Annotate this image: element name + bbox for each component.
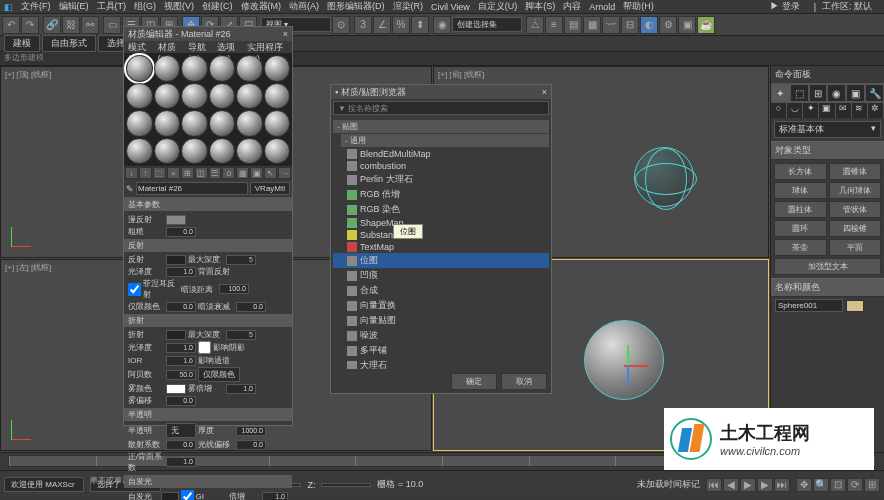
material-slot[interactable]: [209, 55, 236, 82]
align-button[interactable]: ≡: [545, 16, 563, 34]
map-item[interactable]: 凹痕: [333, 268, 549, 283]
material-slot[interactable]: [236, 83, 263, 110]
orbit-button[interactable]: ⟳: [847, 478, 863, 492]
render-button[interactable]: ☕: [697, 16, 715, 34]
show-end-button[interactable]: ▣: [250, 167, 263, 179]
scatter-spinner[interactable]: 0.0: [166, 440, 196, 450]
menu-render[interactable]: 渲染(R): [393, 0, 424, 13]
material-slot[interactable]: [154, 138, 181, 165]
go-forward-button[interactable]: →: [278, 167, 291, 179]
pick-material-button[interactable]: ✎: [126, 184, 134, 194]
map-item[interactable]: RGB 倍增: [333, 187, 549, 202]
menu-arnold[interactable]: Arnold: [589, 2, 615, 12]
fog-color-swatch[interactable]: [166, 384, 186, 394]
material-slot[interactable]: [236, 55, 263, 82]
link-button[interactable]: 🔗: [43, 16, 61, 34]
put-material-button[interactable]: ↑: [139, 167, 152, 179]
shapes-cat-button[interactable]: ◡: [787, 103, 803, 118]
material-slot[interactable]: [126, 138, 153, 165]
render-setup-button[interactable]: ⚙: [659, 16, 677, 34]
map-item[interactable]: TextMap: [333, 241, 549, 253]
map-item[interactable]: 多平铺: [333, 343, 549, 358]
angle-snap-button[interactable]: ∠: [373, 16, 391, 34]
play-button[interactable]: ▶: [740, 478, 756, 492]
goto-start-button[interactable]: ⏮: [706, 478, 722, 492]
workspace-dropdown[interactable]: 工作区: 默认: [822, 0, 872, 13]
systems-cat-button[interactable]: ✲: [868, 103, 884, 118]
mat-editor-close-icon[interactable]: ×: [283, 29, 288, 39]
geosphere-button[interactable]: 几何球体: [829, 182, 882, 199]
object-color-swatch[interactable]: [846, 300, 864, 312]
material-slot[interactable]: [126, 110, 153, 137]
reflect-color-swatch[interactable]: [166, 255, 186, 265]
object-type-rollout[interactable]: 对象类型: [771, 141, 884, 160]
material-slot[interactable]: [264, 138, 291, 165]
menu-script[interactable]: 脚本(S): [525, 0, 555, 13]
material-slot[interactable]: [236, 110, 263, 137]
curve-editor-button[interactable]: 〰: [602, 16, 620, 34]
thick-spinner[interactable]: 1000.0: [236, 426, 266, 436]
material-slot[interactable]: [181, 110, 208, 137]
motion-tab[interactable]: ◉: [827, 84, 846, 102]
cone-button[interactable]: 圆锥体: [829, 163, 882, 180]
torus-button[interactable]: 圆环: [774, 220, 827, 237]
dimdist-spinner[interactable]: 100.0: [219, 284, 249, 294]
map-item[interactable]: RGB 染色: [333, 202, 549, 217]
fogbias-spinner[interactable]: 0.0: [166, 396, 196, 406]
map-item[interactable]: ShapeMap: [333, 217, 549, 229]
make-copy-button[interactable]: ⊞: [181, 167, 194, 179]
textplus-button[interactable]: 加强型文本: [774, 258, 881, 275]
material-slot[interactable]: [209, 138, 236, 165]
space-cat-button[interactable]: ≋: [852, 103, 868, 118]
material-editor-button[interactable]: ◐: [640, 16, 658, 34]
material-slot[interactable]: [264, 55, 291, 82]
ribbon-button[interactable]: ▦: [583, 16, 601, 34]
prev-frame-button[interactable]: ◀: [723, 478, 739, 492]
mat-menu-mode[interactable]: 模式(D): [128, 41, 154, 53]
map-item[interactable]: Substance: [333, 229, 549, 241]
geometry-cat-button[interactable]: ○: [771, 103, 787, 118]
mirror-button[interactable]: ⧊: [526, 16, 544, 34]
sphere-button[interactable]: 球体: [774, 182, 827, 199]
cylinder-button[interactable]: 圆柱体: [774, 201, 827, 218]
display-tab[interactable]: ▣: [846, 84, 865, 102]
menu-view[interactable]: 视图(V): [164, 0, 194, 13]
material-type-button[interactable]: VRayMtl: [250, 182, 290, 195]
lights-cat-button[interactable]: ✦: [803, 103, 819, 118]
login-link[interactable]: ▶ 登录: [770, 0, 800, 13]
refract-color-swatch[interactable]: [166, 330, 186, 340]
ok-button[interactable]: 确定: [451, 373, 497, 390]
max-viewport-button[interactable]: ⊞: [864, 478, 880, 492]
hierarchy-tab[interactable]: ⊞: [809, 84, 828, 102]
menu-anim[interactable]: 动画(A): [289, 0, 319, 13]
mat-menu-opt[interactable]: 选项(O): [217, 41, 243, 53]
snap-toggle-button[interactable]: 3: [354, 16, 372, 34]
selfillum-color-swatch[interactable]: [161, 492, 179, 501]
material-slot[interactable]: [181, 83, 208, 110]
menu-content[interactable]: 内容: [563, 0, 581, 13]
unlink-button[interactable]: ⛓: [62, 16, 80, 34]
material-id-button[interactable]: 0: [222, 167, 235, 179]
move-gizmo[interactable]: [609, 345, 649, 385]
gloss-spinner[interactable]: 1.0: [166, 267, 196, 277]
menu-edit[interactable]: 编辑(E): [59, 0, 89, 13]
utilities-tab[interactable]: 🔧: [865, 84, 884, 102]
map-item[interactable]: 向量置换: [333, 298, 549, 313]
teapot-button[interactable]: 茶壶: [774, 239, 827, 256]
zoom-ext-button[interactable]: ⊡: [830, 478, 846, 492]
helpers-cat-button[interactable]: ✉: [836, 103, 852, 118]
gi-checkbox[interactable]: [181, 490, 194, 500]
dimfall-spinner[interactable]: 0.0: [236, 302, 266, 312]
material-name-input[interactable]: [136, 182, 248, 195]
material-slot[interactable]: [264, 83, 291, 110]
lightmult-spinner[interactable]: 0.0: [236, 440, 266, 450]
mat-menu-util[interactable]: 实用程序(U): [247, 41, 288, 53]
plane-button[interactable]: 平面: [829, 239, 882, 256]
material-slot[interactable]: [154, 55, 181, 82]
layer-button[interactable]: ▤: [564, 16, 582, 34]
name-color-rollout[interactable]: 名称和颜色: [771, 278, 884, 297]
mult-spinner[interactable]: 1.0: [262, 492, 288, 501]
use-center-button[interactable]: ⊙: [332, 16, 350, 34]
maxdepth2-spinner[interactable]: 5: [226, 330, 256, 340]
menu-graph[interactable]: 图形编辑器(D): [327, 0, 385, 13]
